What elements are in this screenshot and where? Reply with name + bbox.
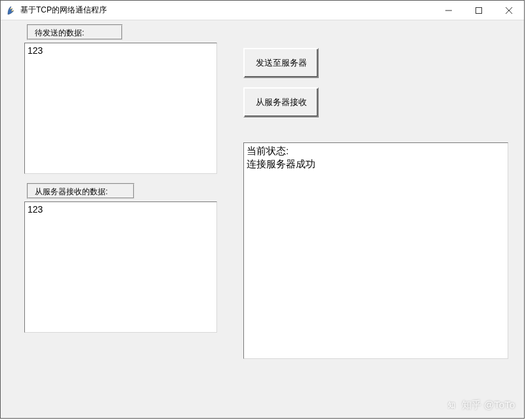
send-data-label: 待发送的数据: [32,28,87,39]
recv-data-label: 从服务器接收的数据: [32,186,110,198]
client-area: 待发送的数据: 123 从服务器接收的数据: 123 发送至服务器 从服务器接收… [1,20,524,418]
send-button-label: 发送至服务器 [256,57,307,69]
window-controls [434,1,524,20]
send-data-labelframe: 待发送的数据: [27,24,123,40]
send-textbox[interactable]: 123 [24,43,217,174]
app-icon [6,5,16,16]
recv-textbox[interactable]: 123 [24,201,217,333]
recv-button-label: 从服务器接收 [256,96,307,108]
watermark-text: 知乎 @ToTo [462,399,515,411]
zhihu-logo-icon: 知 [446,400,458,411]
recv-data-labelframe: 从服务器接收的数据: [27,183,134,199]
send-button[interactable]: 发送至服务器 [243,48,319,78]
recv-button[interactable]: 从服务器接收 [243,87,319,117]
window-title: 基于TCP的网络通信程序 [20,5,434,16]
titlebar: 基于TCP的网络通信程序 [1,1,524,20]
status-textbox[interactable]: 当前状态: 连接服务器成功 [243,142,508,359]
app-window: 基于TCP的网络通信程序 待发送的数据: 123 从服务器接收的数据: 123 [0,0,525,419]
close-button[interactable] [494,1,524,20]
minimize-button[interactable] [434,1,464,20]
svg-rect-1 [476,8,482,14]
maximize-button[interactable] [464,1,494,20]
watermark: 知 知乎 @ToTo [446,399,515,411]
